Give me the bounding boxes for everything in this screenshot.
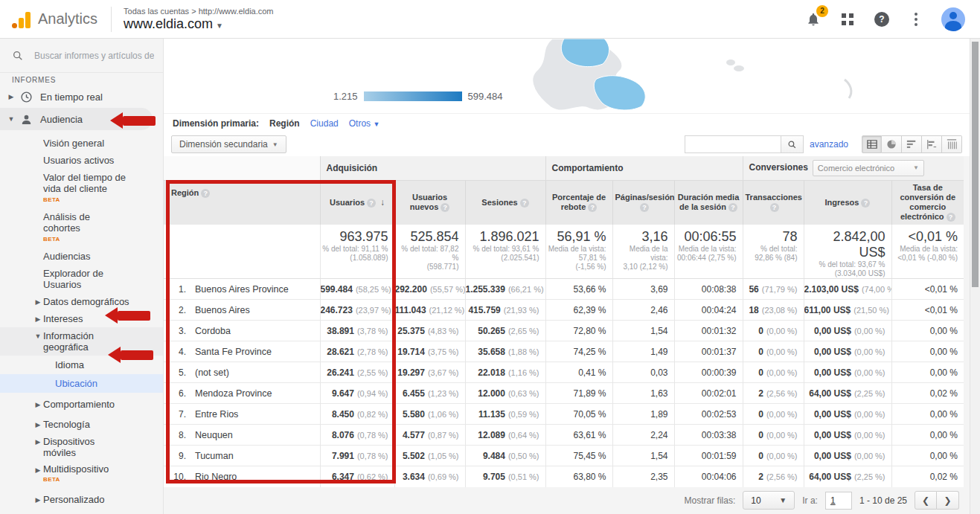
table-row: 9.Tucuman 7.991(0,78 %) 5.502(1,05 %) 9.… (164, 446, 964, 466)
scrollbar-thumb[interactable] (972, 42, 979, 287)
beta-badge: BETA (43, 234, 126, 245)
overflow-menu-button[interactable] (907, 10, 925, 28)
percentage-view-button[interactable] (882, 135, 902, 153)
col-header-paginas-sesion[interactable]: Páginas/sesión? (612, 180, 674, 225)
region-cell[interactable]: 7.Entre Rios (164, 404, 320, 425)
total-ingresos: 2.842,00 US$% del total: 93,67 %(3.034,0… (804, 225, 891, 279)
help-button[interactable]: ? (873, 10, 891, 28)
help-icon[interactable]: ? (520, 199, 529, 208)
primary-dimension-label: Dimensión primaria: (173, 118, 259, 129)
chevron-down-icon: ▼ (913, 164, 919, 171)
sesiones-cell: 22.018(1,16 %) (465, 362, 545, 383)
sidebar-item-personalizado[interactable]: ▶ Personalizado (0, 491, 163, 508)
column-header-row: Región? Usuarios?↓ Usuarios nuevos? Sesi… (164, 180, 964, 225)
region-cell[interactable]: 2.Buenos Aires (164, 300, 320, 321)
region-cell[interactable]: 10.Rio Negro (164, 466, 320, 487)
help-icon[interactable]: ? (367, 199, 376, 208)
search-icon (787, 140, 797, 150)
sidebar-item-dispositivos[interactable]: ▶ Dispositivos móviles (0, 433, 163, 461)
sidebar-item-vision-general[interactable]: Visión general (0, 135, 163, 152)
metric-group-header-row: Adquisición Comportamiento ConversionesC… (164, 156, 964, 180)
region-cell[interactable]: 4.Santa Fe Province (164, 341, 320, 362)
region-cell[interactable]: 6.Mendoza Province (164, 383, 320, 404)
argentina-map[interactable] (506, 39, 893, 113)
pivot-view-button[interactable] (942, 135, 962, 153)
sidebar-item-explorador[interactable]: Explorador de Usuarios (0, 265, 134, 293)
col-header-ingresos[interactable]: Ingresos? (804, 180, 891, 225)
help-icon[interactable]: ? (770, 203, 779, 212)
performance-view-button[interactable] (902, 135, 922, 153)
sidebar-item-idioma[interactable]: Idioma (0, 356, 163, 374)
show-rows-label: Mostrar filas: (685, 495, 736, 506)
paginas-cell: 1,89 (612, 404, 674, 425)
sidebar-item-datos-demograficos[interactable]: ▶ Datos demográficos (0, 293, 163, 310)
sidebar-item-audiencias[interactable]: Audiencias (0, 248, 163, 265)
analytics-logo-icon (12, 10, 31, 28)
col-header-tasa-conversion[interactable]: Tasa de conversión de comercio electróni… (891, 180, 964, 225)
col-header-duracion[interactable]: Duración media de la sesión? (674, 180, 743, 225)
sidebar-item-realtime[interactable]: ▶ En tiempo real (0, 86, 163, 108)
breadcrumb[interactable]: Todas las cuentas > http://www.eldia.com (124, 7, 274, 16)
next-page-button[interactable]: ❯ (937, 491, 959, 510)
secondary-dimension-button[interactable]: Dimensión secundaria ▼ (171, 135, 286, 153)
tasa-cell: 0,02 % (891, 383, 964, 404)
region-cell[interactable]: 8.Neuquen (164, 425, 320, 446)
rows-per-page-select[interactable]: 10 ▼ (743, 491, 795, 510)
avatar[interactable] (941, 7, 965, 31)
help-icon[interactable]: ? (201, 189, 210, 198)
sidebar-item-info-geografica[interactable]: ▼ Información geográfica (0, 327, 163, 356)
help-icon[interactable]: ? (947, 213, 955, 222)
view-selector[interactable]: www.eldia.com▼ (124, 16, 274, 32)
sidebar-item-audiencia[interactable]: ▼ Audiencia (0, 108, 153, 130)
usuarios-nuevos-cell: 6.455(1,23 %) (394, 383, 465, 404)
region-cell[interactable]: 1.Buenos Aires Province (164, 279, 320, 300)
total-transacciones: 78% del total:92,86 % (84) (743, 225, 804, 279)
sidebar-item-intereses[interactable]: ▶ Intereses (0, 310, 163, 327)
table-search-input[interactable] (685, 135, 781, 153)
apps-grid-button[interactable] (839, 10, 856, 28)
tasa-cell: <0,01 % (891, 300, 964, 321)
help-icon[interactable]: ? (441, 203, 449, 212)
table-view-icon (867, 139, 877, 150)
col-header-usuarios-nuevos[interactable]: Usuarios nuevos? (394, 180, 465, 225)
transacciones-cell: 2(2,56 %) (743, 383, 804, 404)
help-icon[interactable]: ? (728, 203, 737, 212)
table-view-button[interactable] (862, 135, 882, 153)
usuarios-nuevos-cell: 5.580(1,06 %) (394, 404, 465, 425)
sidebar-item-comportamiento[interactable]: ▶ Comportamiento (0, 396, 163, 413)
region-cell[interactable]: 5.(not set) (164, 362, 320, 383)
conversion-type-select[interactable]: Comercio electrónico▼ (813, 160, 924, 176)
col-header-transacciones[interactable]: Transacciones? (743, 180, 804, 225)
sidebar-item-analisis-cohortes[interactable]: Análisis de cohortes BETA (0, 208, 126, 248)
goto-page-input[interactable] (825, 492, 852, 510)
col-header-rebote[interactable]: Porcentaje de rebote? (545, 180, 612, 225)
col-header-region[interactable]: Región? (164, 180, 320, 225)
duracion-cell: 00:08:38 (674, 279, 743, 300)
col-header-usuarios[interactable]: Usuarios?↓ (320, 180, 394, 225)
help-icon[interactable]: ? (640, 203, 649, 212)
region-cell[interactable]: 9.Tucuman (164, 446, 320, 466)
sidebar-item-ubicacion[interactable]: Ubicación (0, 374, 163, 393)
sidebar-item-usuarios-activos[interactable]: Usuarios activos (0, 152, 163, 169)
dimension-option-region[interactable]: Región (269, 118, 300, 129)
rebote-cell: 53,66 % (545, 279, 612, 300)
sidebar-item-tecnologia[interactable]: ▶ Tecnología (0, 416, 163, 433)
sidebar-item-valor-tiempo[interactable]: Valor del tiempo de vida del cliente BET… (0, 169, 141, 208)
comparison-view-button[interactable] (922, 135, 942, 153)
help-icon[interactable]: ? (861, 199, 870, 208)
help-icon[interactable]: ? (588, 203, 597, 212)
region-cell[interactable]: 3.Cordoba (164, 321, 320, 341)
vertical-scrollbar[interactable] (970, 39, 980, 514)
sidebar-search[interactable]: Buscar informes y artículos de (0, 39, 163, 73)
transacciones-cell: 18(23,08 %) (743, 300, 804, 321)
sidebar-item-multidispositivo[interactable]: ▶ Multidispositivo BETA (0, 461, 163, 488)
prev-page-button[interactable]: ❮ (915, 491, 937, 510)
table-search-button[interactable] (781, 135, 804, 153)
dimension-option-ciudad[interactable]: Ciudad (310, 118, 339, 129)
dimension-option-otros[interactable]: Otros ▼ (349, 118, 380, 129)
notifications-button[interactable]: 2 (804, 10, 822, 28)
col-header-sesiones[interactable]: Sesiones? (465, 180, 545, 225)
ingresos-cell: 0,00 US$(0,00 %) (804, 425, 891, 446)
paginas-cell: 1,54 (612, 446, 674, 466)
advanced-filter-link[interactable]: avanzado (810, 139, 848, 150)
